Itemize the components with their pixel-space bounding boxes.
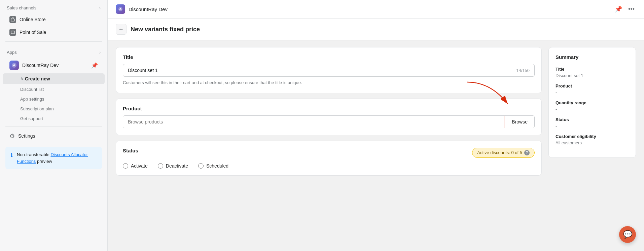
- back-button[interactable]: ←: [116, 24, 127, 35]
- pin-topbar-icon[interactable]: 📌: [613, 4, 623, 14]
- svg-rect-0: [11, 19, 14, 21]
- summary-status-value: -: [556, 123, 629, 129]
- sidebar-item-settings[interactable]: ⚙ Settings: [3, 130, 105, 142]
- divider-2: [5, 126, 102, 127]
- active-badge-text: Active discounts: 0 of 5: [477, 150, 522, 155]
- main-content: DiscountRay Dev 📌 ••• ← New variants fix…: [108, 0, 644, 251]
- sidebar-item-discount-list[interactable]: Discount list: [3, 85, 105, 94]
- pos-label: Point of Sale: [20, 30, 46, 35]
- summary-customer-eligibility-value: All customers: [556, 140, 629, 145]
- summary-status-label: Status: [556, 117, 629, 122]
- subscription-plan-label: Subscription plan: [20, 106, 54, 111]
- product-input-row: Browse: [123, 115, 535, 128]
- title-section-label: Title: [123, 54, 535, 60]
- app-logo-icon: [9, 61, 19, 70]
- summary-status-field: Status -: [556, 117, 629, 129]
- apps-section: Apps ›: [0, 44, 107, 58]
- discounts-allocator-link[interactable]: Discounts Allocator: [50, 152, 88, 157]
- summary-quantity-range-value: -: [556, 107, 629, 112]
- top-bar: DiscountRay Dev 📌 •••: [108, 0, 644, 19]
- get-support-label: Get support: [20, 116, 43, 121]
- online-store-icon: [9, 16, 16, 23]
- title-input[interactable]: [128, 68, 516, 73]
- info-icon: ℹ: [11, 151, 13, 159]
- page-header: ← New variants fixed price: [108, 19, 644, 40]
- sidebar-item-pos[interactable]: Point of Sale: [3, 26, 105, 38]
- summary-card: Summary Title Discount set 1 Product - Q…: [548, 47, 636, 158]
- product-section-label: Product: [123, 106, 535, 111]
- sales-channels-section: Sales channels ›: [0, 0, 107, 13]
- top-bar-left: DiscountRay Dev: [116, 4, 168, 14]
- activate-label: Activate: [131, 163, 148, 169]
- deactivate-radio-label[interactable]: Deactivate: [158, 163, 188, 169]
- sales-channels-label: Sales channels: [7, 5, 36, 10]
- summary-customer-eligibility-field: Customer eligibility All customers: [556, 134, 629, 145]
- status-card: Status Active discounts: 0 of 5 ? Activa…: [116, 141, 542, 176]
- discount-list-label: Discount list: [20, 87, 44, 92]
- apps-label: Apps: [7, 50, 17, 55]
- summary-title-value: Discount set 1: [556, 73, 629, 78]
- product-card: Product Browse: [116, 99, 542, 135]
- activate-radio[interactable]: [123, 163, 128, 169]
- char-count: 14/150: [516, 68, 530, 73]
- question-mark-icon[interactable]: ?: [524, 150, 530, 155]
- sales-channels-chevron-icon[interactable]: ›: [99, 6, 101, 10]
- active-discounts-badge: Active discounts: 0 of 5 ?: [472, 148, 535, 158]
- status-radio-group: Activate Deactivate Scheduled: [123, 163, 535, 169]
- status-header-row: Status Active discounts: 0 of 5 ?: [123, 148, 535, 158]
- svg-point-5: [118, 7, 122, 11]
- browse-button[interactable]: Browse: [505, 116, 534, 128]
- topbar-title: DiscountRay Dev: [129, 6, 168, 12]
- settings-gear-icon: ⚙: [9, 132, 15, 140]
- sidebar-item-discountray[interactable]: DiscountRay Dev 📌: [3, 58, 105, 73]
- title-input-wrapper: 14/150: [123, 64, 535, 77]
- scheduled-radio-label[interactable]: Scheduled: [198, 163, 228, 169]
- chat-support-button[interactable]: 💬: [619, 226, 636, 243]
- non-transferable-box: ℹ Non-transferable Discounts Allocator F…: [5, 147, 102, 169]
- content-area: Title 14/150 Customers will see this in …: [108, 40, 644, 251]
- svg-point-3: [12, 63, 16, 68]
- scheduled-label: Scheduled: [206, 163, 228, 169]
- sidebar-item-online-store[interactable]: Online Store: [3, 13, 105, 26]
- summary-title: Summary: [556, 54, 629, 60]
- more-options-icon[interactable]: •••: [627, 4, 636, 14]
- apps-chevron-icon[interactable]: ›: [99, 50, 101, 55]
- summary-product-field: Product -: [556, 83, 629, 95]
- functions-link[interactable]: Functions: [17, 159, 36, 164]
- summary-quantity-range-label: Quantity range: [556, 100, 629, 105]
- app-name-label: DiscountRay Dev: [22, 63, 88, 68]
- non-transferable-text: Non-transferable Discounts Allocator Fun…: [17, 151, 97, 165]
- topbar-app-logo-icon: [116, 4, 125, 14]
- scheduled-radio[interactable]: [198, 163, 204, 169]
- sidebar-item-subscription-plan[interactable]: Subscription plan: [3, 104, 105, 113]
- top-bar-actions: 📌 •••: [613, 4, 636, 14]
- chat-icon: 💬: [623, 230, 632, 239]
- sidebar-item-get-support[interactable]: Get support: [3, 114, 105, 123]
- title-hint-text: Customers will see this in their cart an…: [123, 79, 535, 86]
- product-search-input[interactable]: [123, 116, 505, 128]
- summary-title-field: Title Discount set 1: [556, 67, 629, 78]
- online-store-label: Online Store: [20, 17, 46, 22]
- summary-customer-eligibility-label: Customer eligibility: [556, 134, 629, 139]
- app-settings-label: App settings: [20, 97, 44, 102]
- pos-icon: [9, 29, 16, 36]
- settings-label: Settings: [18, 133, 35, 139]
- summary-product-label: Product: [556, 83, 629, 88]
- title-card: Title 14/150 Customers will see this in …: [116, 47, 542, 93]
- main-column: Title 14/150 Customers will see this in …: [116, 47, 542, 244]
- page-title: New variants fixed price: [131, 26, 200, 33]
- sidebar-item-create-new[interactable]: ↳ Create new: [3, 73, 105, 84]
- sidebar: Sales channels › Online Store Point of S…: [0, 0, 108, 251]
- divider-1: [5, 41, 102, 42]
- summary-title-label: Title: [556, 67, 629, 72]
- create-new-label: Create new: [25, 76, 50, 81]
- summary-panel: Summary Title Discount set 1 Product - Q…: [548, 47, 636, 244]
- summary-quantity-range-field: Quantity range -: [556, 100, 629, 112]
- activate-radio-label[interactable]: Activate: [123, 163, 148, 169]
- svg-rect-1: [11, 31, 14, 34]
- pin-icon[interactable]: 📌: [91, 62, 98, 69]
- deactivate-radio[interactable]: [158, 163, 163, 169]
- deactivate-label: Deactivate: [166, 163, 188, 169]
- sidebar-item-app-settings[interactable]: App settings: [3, 95, 105, 104]
- status-section-label: Status: [123, 148, 138, 153]
